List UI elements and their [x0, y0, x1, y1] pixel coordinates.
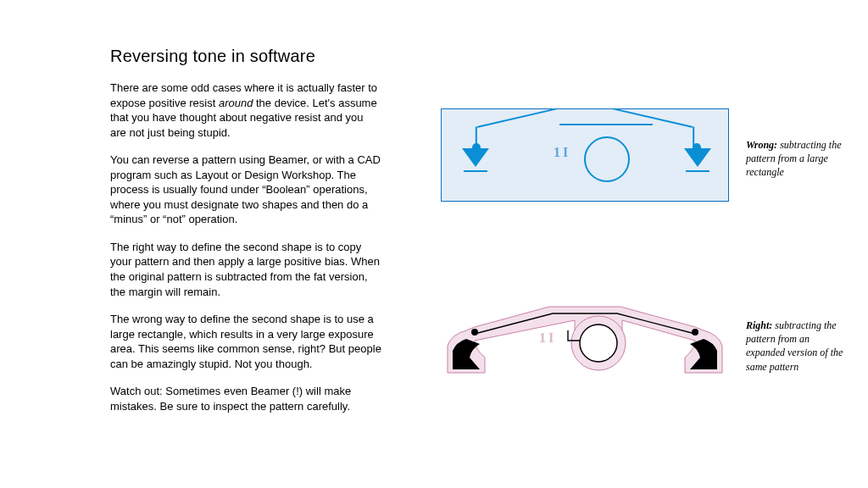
- device-label-outline: 1I: [539, 330, 556, 346]
- ring-device: [584, 136, 630, 182]
- caption-wrong-bold: Wrong:: [746, 139, 777, 151]
- figure-wrong: 1I: [441, 108, 729, 202]
- svg-point-2: [471, 329, 478, 336]
- paragraph-5: Watch out: Sometimes even Beamer (!) wil…: [110, 384, 381, 413]
- top-bar: [559, 124, 653, 125]
- paragraph-3: The right way to define the second shape…: [110, 240, 381, 299]
- slide-title: Reversing tone in software: [110, 47, 315, 66]
- paragraph-4: The wrong way to define the second shape…: [110, 312, 381, 371]
- p1-emph: around: [219, 97, 253, 109]
- caption-right: Right: subtracting the pattern from an e…: [746, 319, 848, 374]
- figure-right-svg: [441, 297, 729, 381]
- caption-right-bold: Right:: [746, 319, 772, 331]
- body-text-block: There are some odd cases where it is act…: [110, 80, 381, 426]
- caption-wrong: Wrong: subtracting the pattern from a la…: [746, 138, 848, 180]
- paragraph-2: You can reverse a pattern using Beamer, …: [110, 152, 381, 227]
- paragraph-1: There are some odd cases where it is act…: [110, 80, 381, 140]
- svg-point-3: [692, 329, 698, 336]
- slide-page: Reversing tone in software There are som…: [0, 0, 868, 488]
- arm-left: [477, 108, 557, 128]
- figure-right: 1I: [441, 297, 729, 381]
- device-label: 1I: [554, 145, 570, 160]
